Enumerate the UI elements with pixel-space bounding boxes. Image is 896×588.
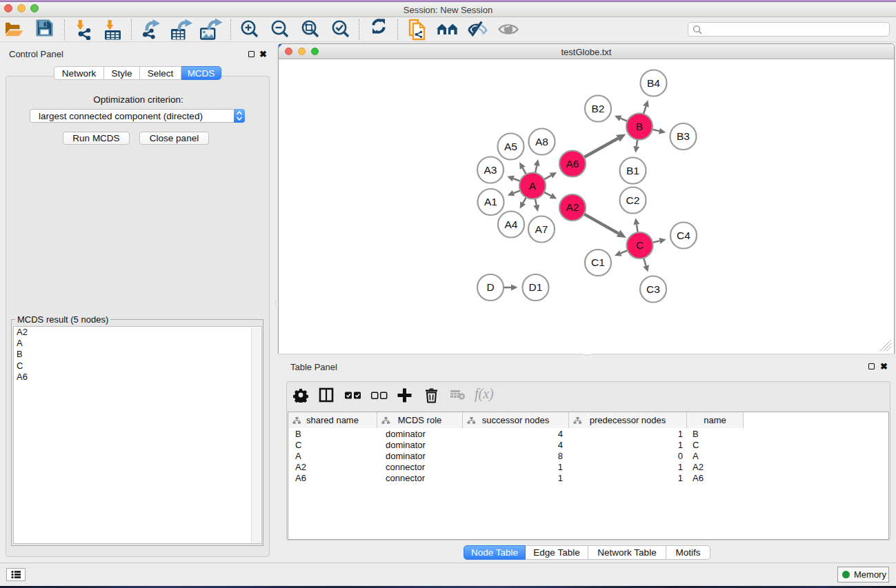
svg-text:A4: A4 <box>505 219 518 230</box>
svg-text:B3: B3 <box>677 130 690 142</box>
svg-text:C4: C4 <box>677 230 690 241</box>
svg-text:A1: A1 <box>484 196 497 207</box>
svg-text:C: C <box>636 239 644 251</box>
svg-text:D: D <box>486 281 494 293</box>
svg-text:A5: A5 <box>504 141 517 152</box>
svg-text:B4: B4 <box>647 77 660 89</box>
svg-text:A3: A3 <box>484 164 497 176</box>
svg-text:C2: C2 <box>626 194 640 206</box>
svg-text:A7: A7 <box>535 223 548 235</box>
svg-text:B: B <box>636 121 643 132</box>
svg-text:B1: B1 <box>626 165 639 176</box>
svg-text:A6: A6 <box>566 158 579 170</box>
svg-text:A8: A8 <box>535 136 548 148</box>
svg-text:A: A <box>529 180 537 192</box>
svg-text:D1: D1 <box>529 281 543 293</box>
svg-text:C3: C3 <box>646 283 660 295</box>
svg-text:B2: B2 <box>592 103 605 114</box>
svg-text:A2: A2 <box>566 201 579 213</box>
svg-text:C1: C1 <box>591 256 605 268</box>
